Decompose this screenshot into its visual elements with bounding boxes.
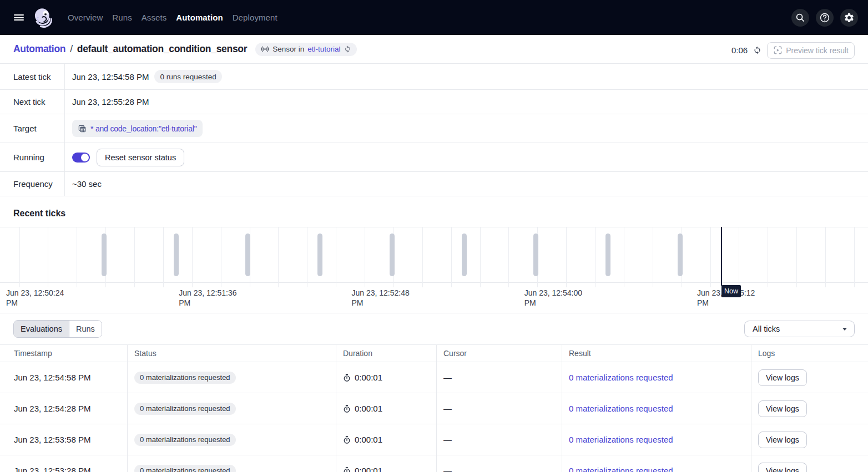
- cell-cursor: —: [437, 362, 562, 393]
- cell-status: 0 materializations requested: [128, 455, 336, 472]
- cell-cursor: —: [437, 393, 562, 424]
- header-actions: 0:06 Preview tick result: [731, 42, 855, 59]
- cell-timestamp: Jun 23, 12:53:58 PM: [0, 424, 128, 455]
- meta-label: Next tick: [0, 90, 65, 114]
- evaluations-table: Timestamp Status Duration Cursor Result …: [0, 344, 868, 472]
- refresh-icon[interactable]: [753, 46, 761, 54]
- running-toggle[interactable]: [72, 153, 90, 163]
- topbar-actions: [791, 9, 858, 27]
- meta-value: Jun 23, 12:55:28 PM: [65, 97, 149, 106]
- timeline-gridline: [854, 227, 855, 287]
- meta-label: Frequency: [0, 172, 65, 196]
- tick-status-filter-value: All ticks: [753, 324, 780, 333]
- refresh-countdown: 0:06: [731, 45, 748, 55]
- nav-item-deployment[interactable]: Deployment: [233, 13, 277, 22]
- tick-duration: 0:00:01: [355, 435, 382, 444]
- timeline-gridline: [422, 227, 423, 287]
- timeline-gridline: [825, 227, 826, 287]
- timeline-gridline: [480, 227, 481, 287]
- tick-bar[interactable]: [605, 234, 610, 276]
- cell-logs: View logs: [751, 455, 868, 472]
- tick-duration: 0:00:01: [355, 466, 382, 472]
- timeline-gridline: [739, 227, 739, 287]
- tick-result-link[interactable]: 0 materializations requested: [569, 435, 673, 444]
- recent-ticks-timeline: Jun 23, 12:50:24 PMJun 23, 12:51:36 PMJu…: [0, 227, 868, 313]
- cell-cursor: —: [437, 424, 562, 455]
- help-icon: [819, 12, 830, 23]
- tick-result-link[interactable]: 0 materializations requested: [569, 404, 673, 413]
- col-header-status: Status: [128, 345, 336, 362]
- tick-status-filter-select[interactable]: All ticks: [744, 321, 855, 337]
- tick-bar[interactable]: [390, 234, 395, 276]
- tick-bar[interactable]: [462, 234, 467, 276]
- timeline-gridline: [336, 227, 336, 287]
- preview-tick-result-button[interactable]: Preview tick result: [767, 42, 855, 59]
- tick-bar[interactable]: [174, 234, 179, 276]
- meta-label: Latest tick: [0, 64, 65, 89]
- tick-bar[interactable]: [533, 234, 538, 276]
- tick-duration: 0:00:01: [355, 404, 382, 413]
- reset-sensor-status-button[interactable]: Reset sensor status: [97, 149, 184, 166]
- tick-bar[interactable]: [245, 234, 250, 276]
- timeline-gridline: [19, 227, 20, 287]
- timeline-gridline: [77, 227, 77, 287]
- tick-bar[interactable]: [102, 234, 107, 276]
- tick-cursor: —: [443, 466, 452, 472]
- stopwatch-icon: [343, 374, 351, 382]
- code-location-link[interactable]: etl-tutorial: [307, 45, 340, 53]
- now-marker-badge: Now: [721, 285, 741, 297]
- tick-result-link[interactable]: 0 materializations requested: [569, 466, 673, 472]
- search-icon: [795, 12, 806, 23]
- preview-button-label: Preview tick result: [786, 46, 849, 55]
- asset-selection-pill[interactable]: * and code_location:"etl-tutorial": [72, 120, 203, 137]
- view-logs-button[interactable]: View logs: [758, 400, 807, 417]
- next-tick-timestamp: Jun 23, 12:55:28 PM: [72, 97, 149, 106]
- tab-evaluations[interactable]: Evaluations: [14, 321, 69, 337]
- timeline-gridline: [624, 227, 624, 287]
- nav-item-assets[interactable]: Assets: [142, 13, 167, 22]
- tick-bar[interactable]: [678, 234, 683, 276]
- cell-status: 0 materializations requested: [128, 362, 336, 393]
- hamburger-menu-icon[interactable]: [14, 14, 24, 21]
- view-logs-button[interactable]: View logs: [758, 463, 807, 472]
- settings-button[interactable]: [840, 9, 858, 27]
- primary-nav: OverviewRunsAssetsAutomationDeployment: [68, 13, 277, 22]
- tick-timestamp: Jun 23, 12:54:58 PM: [14, 373, 90, 382]
- dagster-logo[interactable]: [33, 8, 53, 28]
- timeline-axis-label: Jun 23, 12:54:00 PM: [524, 288, 582, 308]
- evaluation-row: Jun 23, 12:53:58 PM 0 materializations r…: [0, 424, 868, 455]
- view-logs-button[interactable]: View logs: [758, 369, 807, 386]
- timeline-gridline: [710, 227, 711, 287]
- cell-logs: View logs: [751, 424, 868, 455]
- tick-timestamp: Jun 23, 12:53:58 PM: [14, 435, 90, 444]
- cell-duration: 0:00:01: [336, 362, 437, 393]
- view-logs-button[interactable]: View logs: [758, 432, 807, 448]
- timeline-axis-label: Jun 23, 12:50:24 PM: [6, 288, 64, 308]
- col-header-cursor: Cursor: [437, 345, 562, 362]
- reload-location-icon[interactable]: [344, 45, 351, 53]
- col-header-duration: Duration: [336, 345, 437, 362]
- nav-item-runs[interactable]: Runs: [112, 13, 132, 22]
- cell-timestamp: Jun 23, 12:53:28 PM: [0, 455, 128, 472]
- breadcrumb-automation-link[interactable]: Automation: [13, 43, 65, 55]
- table-header-row: Timestamp Status Duration Cursor Result …: [0, 345, 868, 362]
- evaluation-row: Jun 23, 12:54:58 PM 0 materializations r…: [0, 362, 868, 393]
- cell-duration: 0:00:01: [336, 393, 437, 424]
- nav-item-overview[interactable]: Overview: [68, 13, 103, 22]
- tick-timestamp: Jun 23, 12:54:28 PM: [14, 404, 90, 413]
- sensor-location-badge: Sensor in etl-tutorial: [255, 43, 356, 56]
- search-button[interactable]: [791, 9, 809, 27]
- breadcrumb: Automation / default_automation_conditio…: [13, 43, 247, 55]
- tick-bar[interactable]: [317, 234, 322, 276]
- cell-logs: View logs: [751, 393, 868, 424]
- timeline-gridline: [508, 227, 509, 287]
- tab-runs[interactable]: Runs: [69, 321, 102, 337]
- timeline-gridline: [307, 227, 307, 287]
- gear-icon: [844, 12, 855, 23]
- timeline-gridline: [768, 227, 768, 287]
- nav-item-automation[interactable]: Automation: [176, 13, 223, 22]
- help-button[interactable]: [816, 9, 834, 27]
- sensor-icon: [261, 45, 269, 53]
- cell-result: 0 materializations requested: [562, 455, 751, 472]
- tick-result-link[interactable]: 0 materializations requested: [569, 373, 673, 382]
